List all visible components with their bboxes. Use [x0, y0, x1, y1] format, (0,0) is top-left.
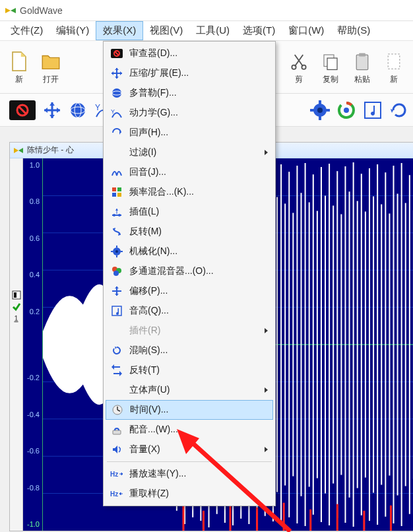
toolbar-copy-button[interactable]: 复制 — [315, 44, 346, 90]
mech-icon — [108, 244, 125, 259]
refresh-icon[interactable] — [389, 100, 409, 120]
effect-item-volume[interactable]: 音量(X) — [106, 440, 273, 459]
effect-item-plugin: 插件(R) — [106, 321, 273, 341]
toolbar-cut-button[interactable]: 剪 — [284, 44, 314, 90]
svg-point-15 — [317, 108, 323, 113]
document-title: 陈情少年 - 心 — [27, 145, 74, 156]
svg-point-20 — [344, 108, 349, 113]
globe-icon[interactable] — [69, 101, 87, 119]
effect-item-reverse[interactable]: 反转(T) — [106, 360, 273, 380]
effect-item-label: 播放速率(Y)... — [129, 468, 268, 480]
effect-item-reverb[interactable]: 混响(S)... — [106, 341, 273, 360]
effect-item-multimix[interactable]: 多通道混音器...(O)... — [106, 261, 273, 281]
menu-option[interactable]: 选项(T) — [236, 21, 282, 40]
freqblend-icon — [108, 185, 125, 199]
effect-item-stereo[interactable]: 立体声(U) — [106, 380, 273, 400]
effect-item-doppler[interactable]: 多普勒(F)... — [106, 83, 273, 103]
effect-item-filter[interactable]: 过滤(I) — [106, 143, 273, 162]
svg-point-1 — [302, 65, 305, 69]
time-icon — [109, 403, 126, 417]
svg-rect-112 — [117, 187, 121, 191]
menu-tool[interactable]: 工具(U) — [189, 21, 236, 40]
submenu-arrow-icon — [265, 328, 268, 333]
effect-item-speed[interactable]: Hz播放速率(Y)... — [106, 464, 273, 484]
gear-blue-icon[interactable] — [310, 100, 330, 120]
toolbar-paste-button[interactable]: 粘贴 — [347, 44, 377, 90]
menu-view[interactable]: 视图(V) — [143, 21, 189, 40]
compress-icon — [108, 66, 125, 81]
cycle-icon[interactable] — [336, 100, 356, 120]
dropdown-separator — [107, 461, 272, 462]
effect-item-label: 配音...(W)... — [129, 424, 268, 436]
effect-item-pitch[interactable]: 音高(Q)... — [106, 301, 273, 321]
doppler-icon — [108, 86, 125, 100]
effect-item-label: 多通道混音器...(O)... — [129, 265, 268, 277]
stop-record-icon[interactable] — [9, 100, 36, 120]
svg-rect-113 — [112, 193, 116, 197]
svg-rect-21 — [365, 102, 381, 118]
svg-text:Y: Y — [95, 103, 100, 112]
toolbar-new2-label: 新 — [390, 74, 398, 85]
menu-help[interactable]: 帮助(S) — [331, 21, 377, 40]
svg-rect-119 — [116, 246, 117, 248]
toolbar-new2-button[interactable]: 新 — [379, 44, 409, 90]
reverse-icon — [108, 363, 125, 378]
note-tool-icon[interactable] — [363, 100, 383, 120]
pitch-icon — [108, 304, 125, 318]
folder-icon — [38, 49, 63, 74]
resample-icon: Hz — [108, 486, 125, 501]
menu-file[interactable]: 文件(Z) — [4, 21, 49, 40]
svg-point-115 — [113, 214, 115, 216]
menu-edit[interactable]: 编辑(Y) — [49, 21, 96, 40]
menubar: 文件(Z) 编辑(Y) 效果(X) 视图(V) 工具(U) 选项(T) 窗口(W… — [0, 21, 413, 41]
submenu-arrow-icon — [265, 447, 268, 452]
effect-item-label: 反转(M) — [129, 226, 268, 238]
effect-item-voice[interactable]: 配音...(W)... — [106, 420, 273, 440]
toolbar-open-button[interactable]: 打开 — [36, 44, 66, 90]
effect-item-label: 过滤(I) — [129, 147, 265, 158]
svg-rect-121 — [111, 251, 113, 252]
toolbar-open-label: 打开 — [43, 74, 59, 85]
effect-item-censor[interactable]: 审查器(D)... — [106, 44, 273, 63]
voice-icon — [108, 422, 125, 437]
effect-item-label: 偏移(P)... — [129, 285, 268, 297]
submenu-arrow-icon — [265, 150, 268, 155]
svg-point-0 — [292, 65, 296, 69]
effect-item-resample[interactable]: Hz重取样(Z) — [106, 484, 273, 504]
reverb-icon — [108, 343, 125, 358]
effect-item-label: 回音(J)... — [129, 166, 268, 178]
check-icon[interactable] — [12, 302, 21, 312]
svg-rect-19 — [326, 109, 330, 112]
toolbar-new-button[interactable]: 新 — [4, 44, 34, 90]
effect-item-label: 审查器(D)... — [129, 48, 268, 59]
effect-item-invert[interactable]: 反转(M) — [106, 222, 273, 242]
effect-item-dynamics[interactable]: Y动力学(G)... — [106, 103, 273, 123]
expand-icon[interactable] — [42, 100, 62, 120]
flanger-icon — [108, 165, 125, 180]
svg-rect-6 — [388, 54, 400, 69]
effect-item-mech[interactable]: 机械化(N)... — [106, 242, 273, 261]
effect-item-label: 回声(H)... — [129, 127, 268, 139]
effect-item-echo[interactable]: 回声(H)... — [106, 123, 273, 143]
marker-icon[interactable] — [12, 290, 21, 300]
effect-item-compress[interactable]: 压缩/扩展(E)... — [106, 63, 273, 83]
paste-icon — [350, 49, 375, 74]
speed-icon: Hz — [108, 467, 125, 481]
stereo-icon — [108, 383, 125, 397]
app-title: GoldWave — [20, 5, 63, 16]
effect-item-freqblend[interactable]: 频率混合...(K)... — [106, 182, 273, 202]
plugin-icon — [108, 323, 125, 338]
svg-rect-4 — [356, 55, 368, 70]
effect-item-offset[interactable]: 偏移(P)... — [106, 281, 273, 301]
svg-rect-122 — [121, 251, 123, 252]
effect-item-interp[interactable]: 插值(L) — [106, 202, 273, 222]
toolbar-cut-label: 剪 — [295, 74, 303, 85]
effect-item-time[interactable]: 时间(V)... — [106, 400, 273, 420]
effect-item-label: 时间(V)... — [130, 404, 267, 416]
effect-item-flanger[interactable]: 回音(J)... — [106, 162, 273, 182]
menu-window[interactable]: 窗口(W) — [282, 21, 331, 40]
effect-item-label: 音高(Q)... — [129, 305, 268, 317]
svg-text:Hz: Hz — [110, 471, 118, 478]
menu-effect[interactable]: 效果(X) — [96, 21, 143, 40]
effect-item-label: 混响(S)... — [129, 345, 268, 356]
